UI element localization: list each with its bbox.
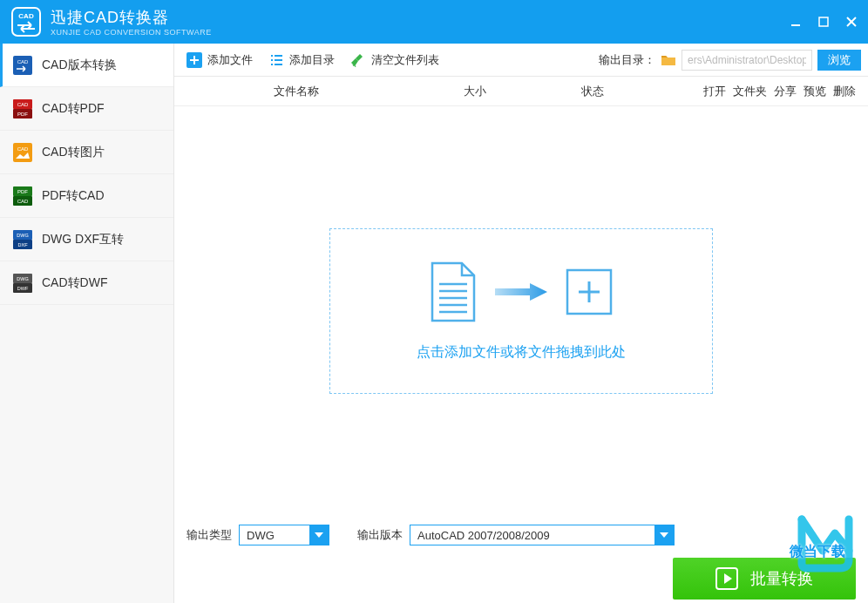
minimize-icon[interactable]	[790, 16, 802, 28]
th-preview: 预览	[804, 84, 826, 99]
batch-convert-button[interactable]: 批量转换	[673, 558, 856, 600]
svg-text:DWG: DWG	[17, 233, 28, 238]
app-title: 迅捷CAD转换器	[51, 7, 212, 28]
browse-button[interactable]: 浏览	[817, 50, 861, 71]
svg-text:PDF: PDF	[17, 189, 28, 194]
th-open: 打开	[703, 84, 726, 99]
output-type-label: 输出类型	[186, 527, 232, 543]
sidebar-item-label: CAD转图片	[42, 145, 105, 160]
list-icon	[268, 52, 284, 68]
sidebar-item-cad-to-dwf[interactable]: DWGDWF CAD转DWF	[0, 261, 173, 305]
th-size: 大小	[418, 84, 532, 99]
svg-text:CAD: CAD	[17, 199, 29, 204]
svg-rect-3	[819, 17, 828, 26]
th-status: 状态	[532, 84, 654, 99]
dropzone[interactable]: 点击添加文件或将文件拖拽到此处	[329, 228, 713, 394]
table-header: 文件名称 大小 状态 打开 文件夹 分享 预览 删除	[174, 77, 868, 106]
svg-text:CAD: CAD	[17, 59, 29, 64]
th-folder: 文件夹	[733, 84, 767, 99]
arrow-icon	[495, 281, 547, 302]
add-file-label: 添加文件	[207, 52, 253, 68]
close-icon[interactable]	[845, 16, 858, 28]
th-share: 分享	[774, 84, 797, 99]
sidebar-item-cad-to-pdf[interactable]: CADPDF CAD转PDF	[0, 87, 173, 131]
chevron-down-icon	[309, 525, 329, 545]
add-box-icon	[565, 268, 614, 316]
svg-text:DWG: DWG	[17, 276, 28, 281]
sidebar-item-label: CAD版本转换	[42, 58, 117, 73]
th-delete: 删除	[833, 84, 856, 99]
cad-image-icon: CAD	[12, 142, 33, 163]
file-list-area: 点击添加文件或将文件拖拽到此处	[174, 106, 868, 516]
sidebar-item-dwg-dxf[interactable]: DWGDXF DWG DXF互转	[0, 218, 173, 261]
pdf-cad-icon: PDFCAD	[12, 186, 33, 207]
app-logo-icon: CAD	[10, 6, 42, 37]
svg-text:CAD: CAD	[17, 146, 29, 152]
svg-text:DXF: DXF	[18, 242, 29, 247]
sidebar: CAD CAD版本转换 CADPDF CAD转PDF CAD CAD转图片 PD…	[0, 44, 174, 603]
cad-dwf-icon: DWGDWF	[12, 273, 33, 294]
add-dir-button[interactable]: 添加目录	[263, 49, 340, 71]
svg-text:DWF: DWF	[17, 286, 29, 291]
folder-icon	[661, 54, 676, 66]
broom-icon	[350, 52, 366, 68]
sidebar-item-label: CAD转DWF	[42, 275, 107, 291]
app-window: CAD 迅捷CAD转换器 XUNJIE CAD CONVERSION SOFTW…	[0, 0, 868, 603]
sidebar-item-cad-version[interactable]: CAD CAD版本转换	[0, 44, 173, 87]
output-version-value: AutoCAD 2007/2008/2009	[410, 529, 654, 542]
add-dir-label: 添加目录	[289, 52, 335, 68]
output-version-label: 输出版本	[357, 527, 403, 543]
output-version-select[interactable]: AutoCAD 2007/2008/2009	[410, 525, 675, 545]
svg-text:CAD: CAD	[17, 102, 29, 107]
svg-line-36	[355, 65, 356, 67]
sidebar-item-cad-to-image[interactable]: CAD CAD转图片	[0, 131, 173, 174]
output-type-select[interactable]: DWG	[239, 525, 329, 545]
output-type-value: DWG	[240, 529, 309, 542]
plus-icon	[186, 52, 202, 68]
sidebar-item-pdf-to-cad[interactable]: PDFCAD PDF转CAD	[0, 174, 173, 218]
sidebar-item-label: PDF转CAD	[42, 188, 105, 204]
titlebar: CAD 迅捷CAD转换器 XUNJIE CAD CONVERSION SOFTW…	[0, 0, 868, 44]
sidebar-item-label: CAD转PDF	[42, 101, 105, 117]
output-path-input[interactable]	[682, 50, 812, 71]
sidebar-item-label: DWG DXF互转	[42, 232, 124, 247]
maximize-icon[interactable]	[817, 16, 830, 28]
dwg-dxf-icon: DWGDXF	[12, 229, 33, 250]
th-filename: 文件名称	[174, 84, 418, 99]
toolbar: 添加文件 添加目录 清空文件列表 输出目录： 浏览	[174, 44, 868, 77]
cad-pdf-icon: CADPDF	[12, 98, 33, 119]
chevron-down-icon	[654, 525, 674, 545]
footer: 输出类型 DWG 输出版本 AutoCAD 2007/2008/2009 批量转…	[174, 516, 868, 603]
play-icon	[715, 567, 738, 590]
convert-label: 批量转换	[750, 568, 813, 589]
dropzone-illustration	[429, 261, 614, 322]
add-file-button[interactable]: 添加文件	[181, 49, 258, 71]
clear-list-button[interactable]: 清空文件列表	[345, 49, 444, 71]
dropzone-text: 点击添加文件或将文件拖拽到此处	[417, 343, 626, 362]
main-panel: 添加文件 添加目录 清空文件列表 输出目录： 浏览 文件名称 大小	[174, 44, 868, 603]
clear-list-label: 清空文件列表	[371, 52, 439, 68]
svg-text:PDF: PDF	[17, 112, 28, 117]
document-icon	[429, 261, 478, 322]
svg-text:CAD: CAD	[18, 12, 34, 20]
output-dir-label: 输出目录：	[599, 52, 655, 68]
app-subtitle: XUNJIE CAD CONVERSION SOFTWARE	[51, 28, 212, 37]
cad-version-icon: CAD	[12, 55, 33, 76]
